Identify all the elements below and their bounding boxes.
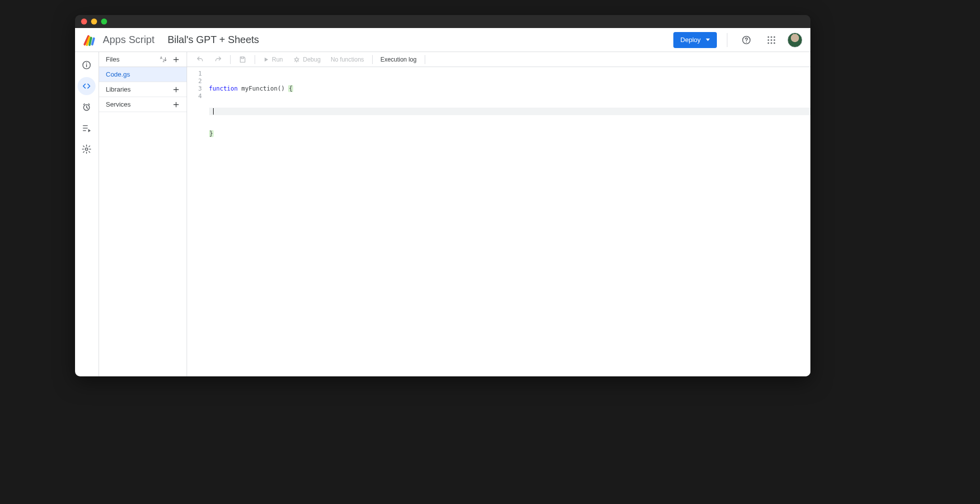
- editor-toolbar: Run Debug No functions: [187, 52, 810, 67]
- rail-settings[interactable]: [78, 140, 96, 158]
- rail-triggers[interactable]: [78, 98, 96, 116]
- svg-point-10: [773, 42, 775, 44]
- redo-button[interactable]: [210, 54, 226, 66]
- code-line[interactable]: function myFunction() {: [209, 85, 810, 93]
- svg-rect-12: [86, 64, 87, 67]
- execution-log-button[interactable]: Execution log: [377, 54, 421, 66]
- function-selector[interactable]: No functions: [327, 54, 368, 66]
- svg-point-5: [767, 39, 769, 41]
- save-button[interactable]: [235, 54, 251, 66]
- line-number: 1: [187, 70, 202, 78]
- libraries-label: Libraries: [106, 86, 131, 93]
- line-number-gutter: 1 2 3 4: [187, 67, 207, 376]
- debug-button[interactable]: Debug: [289, 54, 325, 66]
- mac-minimize-button[interactable]: [91, 19, 97, 25]
- svg-point-15: [86, 148, 88, 151]
- mac-window: Apps Script Bilal's GPT + Sheets Deploy: [75, 15, 810, 376]
- execution-log-label: Execution log: [381, 56, 417, 63]
- account-avatar[interactable]: [787, 33, 802, 48]
- plus-icon: [172, 86, 180, 94]
- plus-icon: [172, 56, 180, 64]
- run-label: Run: [272, 56, 283, 63]
- editor-area: Run Debug No functions: [187, 52, 810, 376]
- code-line[interactable]: [209, 153, 810, 160]
- svg-point-9: [770, 42, 772, 44]
- undo-icon: [196, 56, 204, 64]
- files-header-label: Files: [106, 56, 120, 63]
- apps-script-logo-icon: [83, 34, 96, 47]
- help-button[interactable]: [737, 31, 755, 49]
- code-editor[interactable]: 1 2 3 4 function myFunction() { }: [187, 67, 810, 376]
- apps-script-app: Apps Script Bilal's GPT + Sheets Deploy: [75, 28, 810, 376]
- svg-point-7: [773, 39, 775, 41]
- add-file-button[interactable]: [170, 53, 183, 66]
- svg-point-6: [770, 39, 772, 41]
- header-bar: Apps Script Bilal's GPT + Sheets Deploy: [75, 28, 810, 52]
- svg-point-3: [770, 36, 772, 38]
- redo-icon: [214, 56, 222, 64]
- svg-point-4: [773, 36, 775, 38]
- help-icon: [741, 35, 751, 45]
- files-panel: Files A Z: [99, 52, 187, 376]
- line-number: 3: [187, 85, 202, 93]
- undo-button[interactable]: [192, 54, 208, 66]
- libraries-header: Libraries: [99, 82, 187, 97]
- chevron-down-icon: [706, 39, 710, 41]
- add-service-button[interactable]: [170, 98, 183, 111]
- mac-zoom-button[interactable]: [101, 19, 107, 25]
- mac-close-button[interactable]: [81, 19, 87, 25]
- project-title[interactable]: Bilal's GPT + Sheets: [168, 34, 259, 46]
- svg-rect-18: [241, 57, 244, 58]
- rail-editor[interactable]: [78, 77, 96, 95]
- svg-point-1: [746, 42, 747, 43]
- deploy-button[interactable]: Deploy: [673, 32, 716, 48]
- deploy-button-label: Deploy: [680, 36, 700, 44]
- file-item-code-gs[interactable]: Code.gs: [99, 67, 187, 82]
- debug-label: Debug: [303, 56, 321, 63]
- files-header: Files A Z: [99, 52, 187, 67]
- svg-point-2: [767, 36, 769, 38]
- header-divider: [727, 33, 727, 47]
- debug-icon: [293, 56, 300, 63]
- line-number: 4: [187, 93, 202, 100]
- google-apps-button[interactable]: [762, 31, 780, 49]
- apps-grid-icon: [767, 36, 776, 45]
- svg-text:A: A: [160, 56, 163, 60]
- file-item-label: Code.gs: [106, 71, 130, 78]
- services-label: Services: [106, 101, 131, 108]
- brace-token: {: [288, 85, 293, 92]
- run-button[interactable]: Run: [259, 54, 287, 66]
- rail-overview[interactable]: [78, 56, 96, 74]
- svg-text:Z: Z: [163, 59, 165, 62]
- left-rail: [75, 52, 99, 376]
- svg-point-8: [767, 42, 769, 44]
- mac-titlebar: [75, 15, 810, 28]
- info-icon: [82, 60, 92, 70]
- svg-rect-13: [86, 63, 87, 64]
- keyword-token: function: [209, 85, 238, 92]
- function-selector-label: No functions: [331, 56, 364, 63]
- clock-icon: [82, 102, 92, 112]
- code-body[interactable]: function myFunction() { }: [207, 67, 810, 376]
- code-line[interactable]: }: [209, 130, 810, 138]
- product-name: Apps Script: [103, 34, 155, 46]
- plus-icon: [172, 101, 180, 109]
- list-play-icon: [82, 123, 92, 133]
- gear-icon: [82, 144, 92, 154]
- play-icon: [263, 57, 269, 63]
- services-header: Services: [99, 97, 187, 112]
- save-icon: [239, 56, 247, 64]
- identifier-token: myFunction(): [238, 85, 288, 92]
- sort-az-icon: A Z: [159, 56, 167, 64]
- code-icon: [82, 81, 92, 91]
- code-line[interactable]: [209, 108, 810, 115]
- rail-executions[interactable]: [78, 119, 96, 137]
- sort-files-button[interactable]: A Z: [157, 53, 170, 66]
- add-library-button[interactable]: [170, 83, 183, 96]
- brace-token: }: [209, 130, 214, 137]
- body: Files A Z: [75, 52, 810, 376]
- text-cursor: [213, 108, 214, 115]
- line-number: 2: [187, 78, 202, 85]
